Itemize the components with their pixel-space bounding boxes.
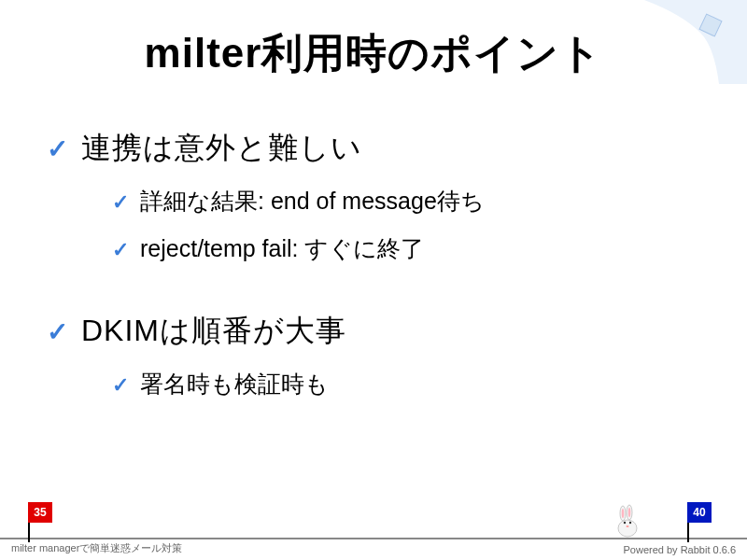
svg-point-5 (628, 508, 631, 517)
bullet-text: 連携は意外と難しい (81, 128, 362, 169)
total-pages-flag: 40 (687, 502, 715, 539)
bullet-main-1: ✓ 連携は意外と難しい (47, 128, 710, 169)
bullet-sub-1-2: ✓ reject/temp fail: すぐに終了 (112, 233, 710, 264)
current-page-number: 35 (28, 502, 52, 523)
slide-title: milter利用時のポイント (37, 26, 710, 81)
check-icon: ✓ (47, 133, 68, 164)
check-icon: ✓ (112, 373, 129, 398)
check-icon: ✓ (47, 316, 68, 347)
bullet-main-2: ✓ DKIMは順番が大事 (47, 311, 710, 352)
svg-point-4 (622, 509, 625, 518)
svg-point-1 (618, 520, 637, 537)
svg-point-8 (627, 525, 629, 527)
bullet-text: reject/temp fail: すぐに終了 (140, 233, 424, 264)
footer-right-text: Powered by Rabbit 0.6.6 (624, 544, 736, 555)
slide: milter利用時のポイント ✓ 連携は意外と難しい ✓ 詳細な結果: end … (0, 0, 747, 560)
svg-point-7 (629, 522, 631, 524)
total-pages-number: 40 (687, 502, 712, 523)
footer: 35 40 milter managerで簡単迷惑メール対策 Powered b… (0, 493, 747, 560)
rabbit-icon (609, 504, 644, 539)
bullet-sub-2-1: ✓ 署名時も検証時も (112, 369, 710, 399)
corner-decoration (644, 0, 747, 84)
bullet-text: 詳細な結果: end of message待ち (140, 186, 485, 217)
check-icon: ✓ (112, 190, 129, 215)
bullet-sub-1-1: ✓ 詳細な結果: end of message待ち (112, 186, 710, 217)
check-icon: ✓ (112, 238, 129, 262)
current-page-flag: 35 (28, 502, 56, 539)
svg-point-6 (624, 522, 626, 524)
flag-pole (687, 523, 689, 542)
spacer (47, 281, 710, 301)
bullet-text: DKIMは順番が大事 (81, 311, 346, 352)
bullet-text: 署名時も検証時も (140, 369, 329, 399)
flag-pole (28, 523, 30, 542)
footer-left-text: milter managerで簡単迷惑メール対策 (11, 541, 182, 555)
content-area: ✓ 連携は意外と難しい ✓ 詳細な結果: end of message待ち ✓ … (37, 128, 710, 399)
